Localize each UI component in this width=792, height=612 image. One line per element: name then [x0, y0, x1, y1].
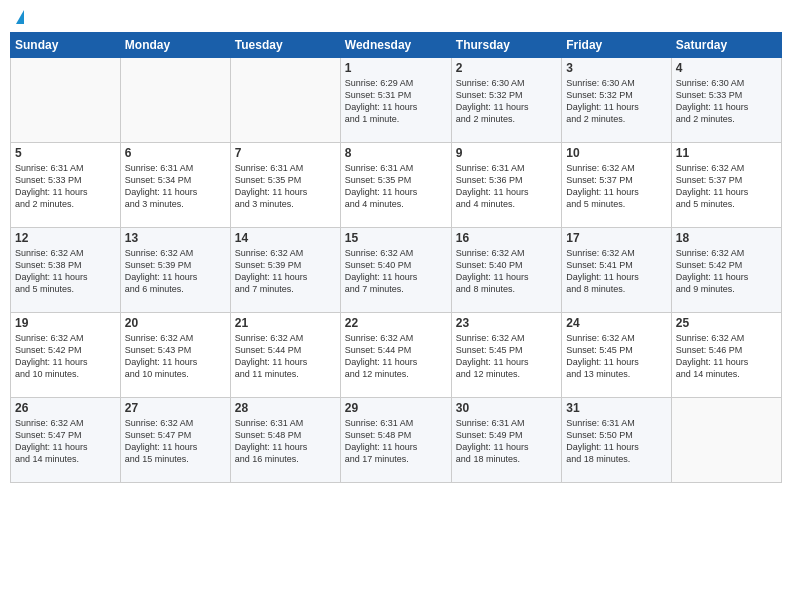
day-info: Sunrise: 6:29 AM Sunset: 5:31 PM Dayligh… [345, 77, 447, 126]
day-number: 10 [566, 146, 666, 160]
day-number: 3 [566, 61, 666, 75]
day-number: 31 [566, 401, 666, 415]
day-info: Sunrise: 6:31 AM Sunset: 5:50 PM Dayligh… [566, 417, 666, 466]
col-header-tuesday: Tuesday [230, 33, 340, 58]
day-info: Sunrise: 6:31 AM Sunset: 5:49 PM Dayligh… [456, 417, 557, 466]
calendar-cell: 19Sunrise: 6:32 AM Sunset: 5:42 PM Dayli… [11, 313, 121, 398]
day-number: 2 [456, 61, 557, 75]
calendar-cell: 23Sunrise: 6:32 AM Sunset: 5:45 PM Dayli… [451, 313, 561, 398]
day-number: 19 [15, 316, 116, 330]
col-header-thursday: Thursday [451, 33, 561, 58]
calendar-cell: 12Sunrise: 6:32 AM Sunset: 5:38 PM Dayli… [11, 228, 121, 313]
day-number: 7 [235, 146, 336, 160]
calendar-cell [120, 58, 230, 143]
calendar-cell: 8Sunrise: 6:31 AM Sunset: 5:35 PM Daylig… [340, 143, 451, 228]
day-number: 13 [125, 231, 226, 245]
calendar-cell [671, 398, 781, 483]
calendar-cell: 24Sunrise: 6:32 AM Sunset: 5:45 PM Dayli… [562, 313, 671, 398]
calendar-week-row: 12Sunrise: 6:32 AM Sunset: 5:38 PM Dayli… [11, 228, 782, 313]
day-info: Sunrise: 6:30 AM Sunset: 5:33 PM Dayligh… [676, 77, 777, 126]
day-info: Sunrise: 6:32 AM Sunset: 5:46 PM Dayligh… [676, 332, 777, 381]
day-info: Sunrise: 6:32 AM Sunset: 5:38 PM Dayligh… [15, 247, 116, 296]
calendar-week-row: 1Sunrise: 6:29 AM Sunset: 5:31 PM Daylig… [11, 58, 782, 143]
day-number: 25 [676, 316, 777, 330]
page-header [10, 10, 782, 24]
day-number: 6 [125, 146, 226, 160]
calendar-cell: 20Sunrise: 6:32 AM Sunset: 5:43 PM Dayli… [120, 313, 230, 398]
calendar-cell: 13Sunrise: 6:32 AM Sunset: 5:39 PM Dayli… [120, 228, 230, 313]
calendar-cell [230, 58, 340, 143]
day-number: 8 [345, 146, 447, 160]
day-number: 9 [456, 146, 557, 160]
day-number: 20 [125, 316, 226, 330]
calendar-cell [11, 58, 121, 143]
calendar-week-row: 19Sunrise: 6:32 AM Sunset: 5:42 PM Dayli… [11, 313, 782, 398]
calendar-cell: 30Sunrise: 6:31 AM Sunset: 5:49 PM Dayli… [451, 398, 561, 483]
calendar-cell: 6Sunrise: 6:31 AM Sunset: 5:34 PM Daylig… [120, 143, 230, 228]
day-info: Sunrise: 6:31 AM Sunset: 5:34 PM Dayligh… [125, 162, 226, 211]
calendar-cell: 4Sunrise: 6:30 AM Sunset: 5:33 PM Daylig… [671, 58, 781, 143]
day-number: 16 [456, 231, 557, 245]
day-number: 15 [345, 231, 447, 245]
calendar-cell: 29Sunrise: 6:31 AM Sunset: 5:48 PM Dayli… [340, 398, 451, 483]
logo [14, 10, 24, 24]
calendar-cell: 17Sunrise: 6:32 AM Sunset: 5:41 PM Dayli… [562, 228, 671, 313]
calendar-cell: 14Sunrise: 6:32 AM Sunset: 5:39 PM Dayli… [230, 228, 340, 313]
day-number: 26 [15, 401, 116, 415]
day-info: Sunrise: 6:32 AM Sunset: 5:42 PM Dayligh… [15, 332, 116, 381]
day-info: Sunrise: 6:32 AM Sunset: 5:40 PM Dayligh… [345, 247, 447, 296]
day-info: Sunrise: 6:30 AM Sunset: 5:32 PM Dayligh… [566, 77, 666, 126]
col-header-friday: Friday [562, 33, 671, 58]
day-info: Sunrise: 6:32 AM Sunset: 5:37 PM Dayligh… [676, 162, 777, 211]
day-info: Sunrise: 6:31 AM Sunset: 5:35 PM Dayligh… [345, 162, 447, 211]
col-header-saturday: Saturday [671, 33, 781, 58]
day-info: Sunrise: 6:32 AM Sunset: 5:43 PM Dayligh… [125, 332, 226, 381]
calendar-cell: 18Sunrise: 6:32 AM Sunset: 5:42 PM Dayli… [671, 228, 781, 313]
day-number: 21 [235, 316, 336, 330]
day-info: Sunrise: 6:32 AM Sunset: 5:37 PM Dayligh… [566, 162, 666, 211]
day-number: 12 [15, 231, 116, 245]
day-info: Sunrise: 6:32 AM Sunset: 5:44 PM Dayligh… [345, 332, 447, 381]
day-info: Sunrise: 6:32 AM Sunset: 5:44 PM Dayligh… [235, 332, 336, 381]
calendar-cell: 5Sunrise: 6:31 AM Sunset: 5:33 PM Daylig… [11, 143, 121, 228]
day-info: Sunrise: 6:31 AM Sunset: 5:35 PM Dayligh… [235, 162, 336, 211]
logo-triangle-icon [16, 10, 24, 24]
day-info: Sunrise: 6:30 AM Sunset: 5:32 PM Dayligh… [456, 77, 557, 126]
day-number: 18 [676, 231, 777, 245]
col-header-sunday: Sunday [11, 33, 121, 58]
day-info: Sunrise: 6:32 AM Sunset: 5:45 PM Dayligh… [456, 332, 557, 381]
day-info: Sunrise: 6:32 AM Sunset: 5:45 PM Dayligh… [566, 332, 666, 381]
day-number: 4 [676, 61, 777, 75]
day-info: Sunrise: 6:31 AM Sunset: 5:36 PM Dayligh… [456, 162, 557, 211]
day-info: Sunrise: 6:31 AM Sunset: 5:48 PM Dayligh… [235, 417, 336, 466]
day-info: Sunrise: 6:32 AM Sunset: 5:41 PM Dayligh… [566, 247, 666, 296]
calendar-week-row: 26Sunrise: 6:32 AM Sunset: 5:47 PM Dayli… [11, 398, 782, 483]
day-number: 24 [566, 316, 666, 330]
calendar-header-row: SundayMondayTuesdayWednesdayThursdayFrid… [11, 33, 782, 58]
day-info: Sunrise: 6:32 AM Sunset: 5:42 PM Dayligh… [676, 247, 777, 296]
calendar-table: SundayMondayTuesdayWednesdayThursdayFrid… [10, 32, 782, 483]
col-header-monday: Monday [120, 33, 230, 58]
calendar-cell: 9Sunrise: 6:31 AM Sunset: 5:36 PM Daylig… [451, 143, 561, 228]
calendar-cell: 15Sunrise: 6:32 AM Sunset: 5:40 PM Dayli… [340, 228, 451, 313]
day-info: Sunrise: 6:32 AM Sunset: 5:47 PM Dayligh… [15, 417, 116, 466]
calendar-cell: 22Sunrise: 6:32 AM Sunset: 5:44 PM Dayli… [340, 313, 451, 398]
day-number: 29 [345, 401, 447, 415]
day-number: 1 [345, 61, 447, 75]
day-info: Sunrise: 6:32 AM Sunset: 5:39 PM Dayligh… [125, 247, 226, 296]
calendar-cell: 11Sunrise: 6:32 AM Sunset: 5:37 PM Dayli… [671, 143, 781, 228]
day-number: 14 [235, 231, 336, 245]
calendar-cell: 1Sunrise: 6:29 AM Sunset: 5:31 PM Daylig… [340, 58, 451, 143]
day-info: Sunrise: 6:32 AM Sunset: 5:40 PM Dayligh… [456, 247, 557, 296]
day-number: 23 [456, 316, 557, 330]
calendar-cell: 10Sunrise: 6:32 AM Sunset: 5:37 PM Dayli… [562, 143, 671, 228]
calendar-cell: 27Sunrise: 6:32 AM Sunset: 5:47 PM Dayli… [120, 398, 230, 483]
calendar-cell: 16Sunrise: 6:32 AM Sunset: 5:40 PM Dayli… [451, 228, 561, 313]
calendar-cell: 7Sunrise: 6:31 AM Sunset: 5:35 PM Daylig… [230, 143, 340, 228]
col-header-wednesday: Wednesday [340, 33, 451, 58]
calendar-cell: 21Sunrise: 6:32 AM Sunset: 5:44 PM Dayli… [230, 313, 340, 398]
day-number: 30 [456, 401, 557, 415]
calendar-cell: 3Sunrise: 6:30 AM Sunset: 5:32 PM Daylig… [562, 58, 671, 143]
calendar-cell: 25Sunrise: 6:32 AM Sunset: 5:46 PM Dayli… [671, 313, 781, 398]
calendar-cell: 2Sunrise: 6:30 AM Sunset: 5:32 PM Daylig… [451, 58, 561, 143]
